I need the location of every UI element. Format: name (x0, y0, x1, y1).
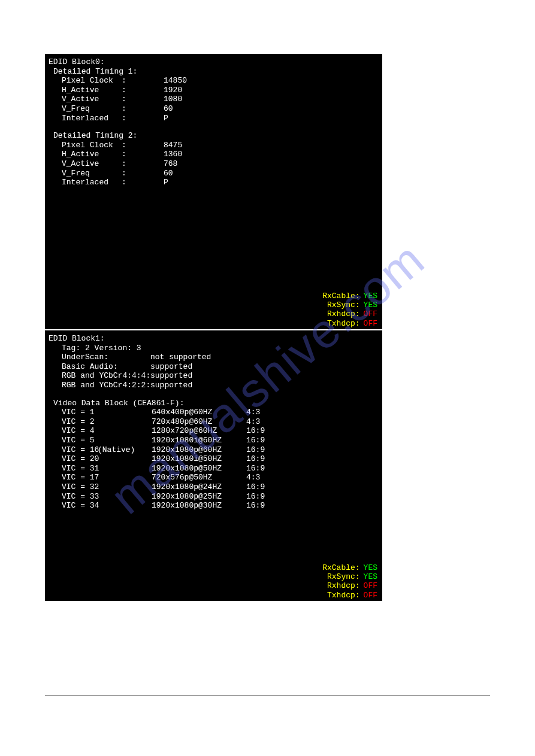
status-value: YES (364, 292, 377, 300)
status-box-block0: RxCable:YESRxSync:YESRxhdcp:OFFTxhdcp:OF… (322, 292, 377, 328)
support-key: UnderScan: (62, 353, 150, 362)
timing-value: 14850 (164, 76, 187, 85)
timing-colon: : (122, 114, 164, 123)
status-value: OFF (364, 309, 377, 318)
vic-id: VIC = 20 (62, 454, 98, 464)
vic-resolution: 640x400p@60HZ (152, 408, 246, 417)
vic-row: VIC = 51920x1080i@60HZ16:9 (49, 436, 377, 445)
vic-id: VIC = 1 (62, 408, 98, 417)
vic-resolution: 1920x1080p@24HZ (152, 482, 246, 492)
support-row: Basic Audio:supported (49, 362, 377, 372)
vic-row: VIC = 41280x720p@60HZ16:9 (49, 426, 377, 436)
support-row: UnderScan:not supported (49, 353, 377, 362)
vic-id: VIC = 2 (62, 417, 98, 427)
vdb-header: Video Data Block (CEA861-F): (49, 399, 377, 408)
timing-key: H_Active (62, 150, 122, 159)
status-label: RxCable: (322, 292, 359, 300)
support-key: RGB and YCbCr4:2:2: (62, 381, 150, 390)
vic-aspect: 16:9 (246, 436, 265, 445)
vic-id: VIC = 5 (62, 436, 98, 445)
timing2-title: Detailed Timing 2: (49, 131, 377, 141)
timing-value: 1080 (164, 95, 182, 104)
status-row: Txhdcp:OFF (322, 319, 377, 328)
status-label: RxSync: (327, 300, 360, 309)
support-value: supported (150, 371, 192, 380)
vic-resolution: 1920x1080p@30HZ (152, 501, 246, 511)
timing-row: Pixel Clock:14850 (49, 76, 377, 86)
timing-row: V_Active:1080 (49, 95, 377, 104)
vic-resolution: 1920x1080p@25HZ (152, 492, 246, 502)
vic-id: VIC = 33 (62, 492, 98, 502)
timing-value: 60 (164, 169, 173, 178)
page-footer-rule (45, 696, 490, 696)
vic-resolution: 1920x1080p@50HZ (152, 464, 246, 473)
edid-block0-console: EDID Block0: Detailed Timing 1: Pixel Cl… (45, 54, 382, 329)
vic-aspect: 16:9 (246, 464, 265, 473)
vic-id: VIC = 4 (62, 426, 98, 436)
timing-value: 1360 (164, 150, 182, 159)
timing-row: V_Freq:60 (49, 104, 377, 114)
status-box-block1: RxCable:YESRxSync:YESRxhdcp:OFFTxhdcp:OF… (322, 563, 377, 600)
timing-value: P (164, 114, 168, 123)
vic-row: VIC = 201920x1080i@50HZ16:9 (49, 454, 377, 464)
vic-row: VIC = 2720x480p@60HZ4:3 (49, 417, 377, 427)
vic-resolution: 1920x1080i@60HZ (152, 436, 246, 445)
timing-row: Interlaced:P (49, 114, 377, 123)
vic-row: VIC = 17720x576p@50HZ4:3 (49, 473, 377, 482)
timing-value: 8475 (164, 141, 182, 150)
vic-row: VIC = 331920x1080p@25HZ16:9 (49, 492, 377, 502)
timing-colon: : (122, 86, 164, 95)
status-value: YES (364, 563, 377, 572)
timing-value: 1920 (164, 86, 182, 95)
vic-row: VIC = 311920x1080p@50HZ16:9 (49, 464, 377, 473)
status-label: Txhdcp: (327, 591, 360, 600)
status-row: RxSync:YES (322, 572, 377, 581)
vic-aspect: 16:9 (246, 501, 265, 510)
block1-header: EDID Block1: (49, 334, 377, 344)
vic-id: VIC = 32 (62, 482, 98, 492)
status-value: OFF (364, 581, 377, 590)
vic-resolution: 1920x1080i@50HZ (152, 454, 246, 464)
timing-value: 60 (164, 104, 173, 113)
vic-aspect: 16:9 (246, 445, 265, 454)
vic-aspect: 4:3 (246, 473, 260, 482)
timing-key: Interlaced (62, 114, 122, 123)
status-label: Txhdcp: (327, 319, 360, 328)
timing-colon: : (122, 104, 164, 114)
block0-header: EDID Block0: (49, 57, 377, 67)
spacer (49, 390, 377, 399)
vic-aspect: 16:9 (246, 492, 265, 501)
vic-aspect: 4:3 (246, 417, 260, 426)
timing-key: V_Freq (62, 104, 122, 114)
vic-row: VIC = 1640x400p@60HZ4:3 (49, 408, 377, 417)
timing-colon: : (122, 141, 164, 150)
timing-key: Pixel Clock (62, 141, 122, 150)
support-value: supported (150, 362, 192, 371)
support-value: not supported (150, 353, 211, 362)
timing-key: Pixel Clock (62, 76, 122, 86)
vic-row: VIC = 341920x1080p@30HZ16:9 (49, 501, 377, 511)
status-value: OFF (364, 591, 377, 600)
timing-colon: : (122, 178, 164, 187)
vic-id: VIC = 17 (62, 473, 98, 482)
timing-colon: : (122, 76, 164, 86)
vic-aspect: 16:9 (246, 426, 265, 435)
timing-key: V_Freq (62, 169, 122, 178)
status-value: YES (364, 300, 377, 309)
status-label: Rxhdcp: (327, 309, 360, 318)
timing1-title: Detailed Timing 1: (49, 67, 377, 77)
timing-row: Interlaced:P (49, 178, 377, 187)
timing-key: V_Active (62, 159, 122, 169)
status-label: RxSync: (327, 572, 360, 581)
timing-row: Pixel Clock:8475 (49, 141, 377, 150)
vic-id: VIC = 31 (62, 464, 98, 473)
vic-aspect: 16:9 (246, 482, 265, 491)
timing-colon: : (122, 159, 164, 169)
timing-row: H_Active:1920 (49, 86, 377, 95)
timing-row: V_Freq:60 (49, 169, 377, 178)
support-row: RGB and YCbCr4:4:4:supported (49, 371, 377, 381)
support-key: Basic Audio: (62, 362, 150, 372)
vic-resolution: 720x480p@60HZ (152, 417, 246, 427)
timing-colon: : (122, 150, 164, 159)
support-value: supported (150, 381, 192, 390)
